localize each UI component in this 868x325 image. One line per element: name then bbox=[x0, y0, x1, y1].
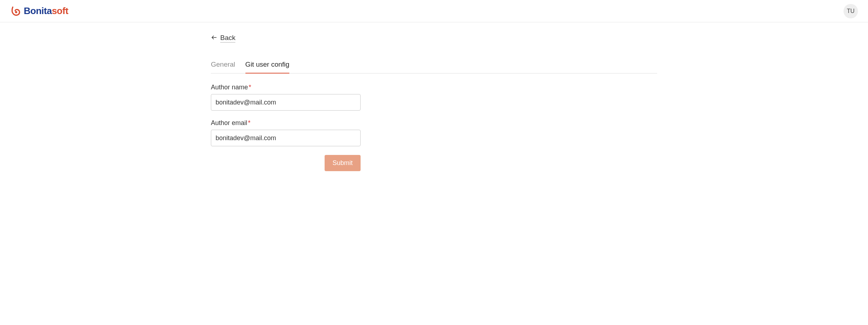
logo-icon bbox=[10, 6, 21, 17]
author-email-label: Author email* bbox=[211, 119, 657, 127]
author-name-input[interactable] bbox=[211, 94, 361, 111]
tab-general[interactable]: General bbox=[211, 57, 235, 74]
tabs: General Git user config bbox=[211, 57, 657, 74]
author-email-label-text: Author email bbox=[211, 119, 247, 126]
logo[interactable]: Bonitasoft bbox=[10, 5, 68, 17]
back-label: Back bbox=[220, 34, 235, 43]
tab-git-user-config[interactable]: Git user config bbox=[245, 57, 290, 74]
arrow-left-icon bbox=[211, 34, 217, 43]
user-avatar[interactable]: TU bbox=[844, 4, 858, 18]
author-name-group: Author name* bbox=[211, 84, 657, 111]
submit-button[interactable]: Submit bbox=[325, 155, 361, 171]
main-container: Back General Git user config Author name… bbox=[211, 22, 657, 171]
author-name-label-text: Author name bbox=[211, 84, 248, 91]
avatar-initials: TU bbox=[847, 8, 854, 14]
logo-text: Bonitasoft bbox=[24, 5, 68, 17]
app-header: Bonitasoft TU bbox=[0, 0, 868, 22]
logo-word-bonita: Bonita bbox=[24, 5, 52, 16]
back-link[interactable]: Back bbox=[211, 34, 235, 43]
author-name-label: Author name* bbox=[211, 84, 657, 91]
author-email-input[interactable] bbox=[211, 130, 361, 146]
required-mark: * bbox=[249, 84, 251, 91]
logo-word-soft: soft bbox=[52, 5, 68, 16]
svg-point-0 bbox=[15, 11, 17, 13]
required-mark: * bbox=[248, 119, 250, 126]
author-email-group: Author email* bbox=[211, 119, 657, 146]
submit-row: Submit bbox=[211, 155, 361, 171]
